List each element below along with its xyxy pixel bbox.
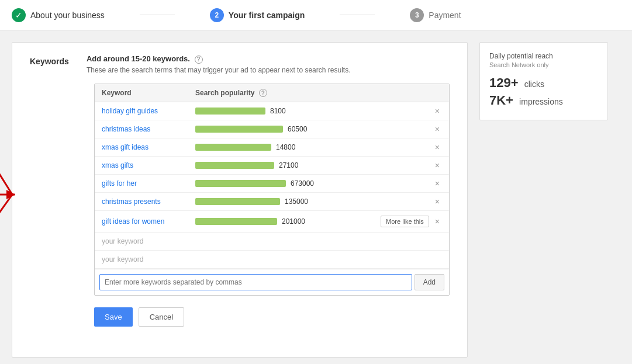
keyword-bar [195,126,283,133]
keyword-actions: × [433,125,442,133]
step-check-icon: ✓ [12,8,26,22]
svg-line-0 [0,148,12,195]
remove-button[interactable]: × [433,197,442,206]
keyword-bar-area: 27100 [195,161,433,169]
table-header: Keyword Search popularity ? [95,84,449,103]
keyword-value: 135000 [285,197,320,206]
nav-step-campaign: 2 Your first campaign [210,8,305,22]
keyword-bar-area: 8100 [195,107,433,115]
right-panel: Daily potential reach Search Network onl… [479,42,608,120]
table-row: gift ideas for women 201000 More like th… [95,211,449,233]
keyword-actions: × [433,197,442,206]
keyword-bar [195,108,265,115]
col-keyword-header: Keyword [102,89,195,97]
table-row: xmas gift ideas 14800 × [95,138,449,157]
remove-button[interactable]: × [433,179,442,188]
table-row: christmas presents 135000 × [95,193,449,211]
remove-button[interactable]: × [433,143,442,151]
remove-button[interactable]: × [433,217,442,226]
keyword-actions: × [433,179,442,188]
svg-line-4 [0,195,12,230]
save-button[interactable]: Save [94,307,133,327]
keyword-name: xmas gifts [102,161,195,169]
section-body: Keyword Search popularity ? holiday gift… [30,84,450,296]
keyword-actions: × [433,107,442,115]
keyword-value: 14800 [276,143,311,151]
action-buttons: Save Cancel [94,307,450,327]
remove-button[interactable]: × [433,107,442,115]
reach-impressions-label: impressions [519,97,563,106]
nav-step-about-label: About your business [30,11,105,20]
left-panel: Keywords Add around 15-20 keywords. ? Th… [12,42,468,358]
reach-clicks-stat: 129+ clicks [489,75,598,91]
reach-impressions-stat: 7K+ impressions [489,93,598,108]
table-row: holiday gift guides 8100 × [95,102,449,120]
keyword-bar-area: 135000 [195,197,433,206]
keywords-table: Keyword Search popularity ? holiday gift… [94,84,450,296]
section-desc-text: These are the search terms that may trig… [87,66,351,74]
remove-button[interactable]: × [433,125,442,133]
keyword-value: 27100 [279,161,314,169]
keyword-bar-area: 673000 [195,179,433,188]
reach-subtitle: Search Network only [489,61,598,68]
keyword-value: 60500 [288,125,323,133]
reach-title: Daily potential reach [489,52,598,60]
add-keyword-row: Add [95,269,449,295]
step-circle-campaign: 2 [210,8,224,22]
reach-clicks-label: clicks [524,79,544,89]
help-icon[interactable]: ? [195,56,203,64]
section-header: Keywords Add around 15-20 keywords. ? Th… [30,54,450,74]
more-like-button[interactable]: More like this [381,216,429,227]
keyword-name: christmas ideas [102,125,195,133]
arrows-decoration [0,113,24,230]
keyword-value: 201000 [282,217,317,226]
step-circle-payment: 3 [410,8,424,22]
cancel-button[interactable]: Cancel [139,307,184,327]
keyword-name: gifts for her [102,179,195,188]
section-title: Keywords [30,54,69,74]
placeholder-keyword-row: your keyword [95,251,449,269]
keyword-value: 673000 [291,179,326,188]
keyword-bar [195,198,280,205]
table-row: gifts for her 673000 × [95,175,449,193]
section-description: Add around 15-20 keywords. ? These are t… [87,54,351,74]
keyword-name: gift ideas for women [102,217,195,226]
add-keyword-button[interactable]: Add [415,274,444,290]
keyword-bar-area: 201000 [195,217,381,226]
table-body: holiday gift guides 8100 × christmas ide… [95,102,449,269]
table-row: xmas gifts 27100 × [95,157,449,175]
popularity-help-icon[interactable]: ? [259,89,267,97]
keyword-bar [195,162,274,169]
keyword-name: xmas gift ideas [102,143,195,151]
keyword-bar-area: 60500 [195,125,433,133]
col-popularity-header: Search popularity ? [195,89,442,98]
nav-divider-2 [340,15,375,15]
keyword-bar-area: 14800 [195,143,433,151]
top-navigation: ✓ About your business 2 Your first campa… [0,0,632,30]
keyword-name: christmas presents [102,197,195,206]
keyword-value: 8100 [270,107,305,115]
nav-divider-1 [140,15,175,15]
keyword-actions: More like this × [381,216,442,227]
main-content: Keywords Add around 15-20 keywords. ? Th… [0,30,620,364]
section-heading: Add around 15-20 keywords. ? [87,54,351,64]
keyword-name: holiday gift guides [102,107,195,115]
svg-marker-3 [6,190,15,199]
keyword-bar [195,144,271,151]
keyword-actions: × [433,161,442,169]
keyword-actions: × [433,143,442,151]
table-row: christmas ideas 60500 × [95,120,449,138]
nav-step-payment: 3 Payment [410,8,461,22]
keyword-bar [195,218,277,225]
nav-step-payment-label: Payment [429,11,461,20]
nav-step-about: ✓ About your business [12,8,105,22]
keyword-bar [195,180,286,187]
remove-button[interactable]: × [433,161,442,169]
placeholder-keyword-row: your keyword [95,233,449,251]
nav-step-campaign-label: Your first campaign [229,11,305,20]
add-keyword-input[interactable] [99,274,412,290]
